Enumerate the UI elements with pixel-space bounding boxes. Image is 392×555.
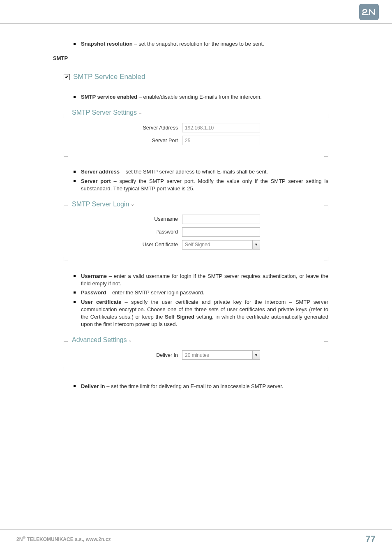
server-address-bullet-desc: – set the SMTP server address to which E… xyxy=(120,169,268,175)
server-port-row: Server Port 25 xyxy=(71,136,321,145)
footer-company: 2N® TELEKOMUNIKACE a.s., www.2n.cz xyxy=(16,536,111,542)
smtp-enabled-row: ✔ SMTP Service Enabled xyxy=(64,73,328,81)
user-cert-select[interactable]: Self Signed ▼ xyxy=(182,240,260,250)
legend-text: SMTP Server Settings xyxy=(72,109,137,116)
smtp-enabled-label: SMTP Service Enabled xyxy=(73,73,145,81)
username-row: Username xyxy=(71,215,321,224)
chevron-down-icon: ⌄ xyxy=(128,338,132,343)
page-header xyxy=(0,0,392,24)
legend-text: Advanced Settings xyxy=(72,336,127,344)
dropdown-arrow-icon[interactable]: ▼ xyxy=(252,351,260,359)
page-number: 77 xyxy=(366,534,376,544)
dropdown-arrow-icon[interactable]: ▼ xyxy=(252,240,260,249)
password-bullet-term: Password xyxy=(81,289,106,296)
smtp-enabled-checkbox[interactable]: ✔ xyxy=(64,74,70,80)
deliver-in-bullet-desc: – set the time limit for delivering an E… xyxy=(105,383,284,389)
username-bullet-term: Username xyxy=(81,273,107,279)
footer-company-pre: 2N xyxy=(16,536,23,542)
username-label: Username xyxy=(71,216,182,222)
smtp-enabled-bullet-desc: – enable/disable sending E-mails from th… xyxy=(137,94,262,100)
server-address-bullet: Server address – set the SMTP server add… xyxy=(81,168,328,176)
advanced-settings-legend[interactable]: Advanced Settings ⌄ xyxy=(69,336,134,344)
smtp-server-login-legend[interactable]: SMTP Server Login ⌄ xyxy=(69,201,137,208)
password-bullet: Password – enter the SMTP server login p… xyxy=(81,289,328,296)
user-cert-bullet: User certificate – specify the user cert… xyxy=(81,298,328,328)
password-input[interactable] xyxy=(182,227,260,237)
server-port-value: 25 xyxy=(185,138,190,143)
server-port-input[interactable]: 25 xyxy=(182,136,260,145)
server-address-value: 192.168.1.10 xyxy=(185,125,214,131)
username-bullet: Username – enter a valid username for lo… xyxy=(81,273,328,287)
password-bullet-desc: – enter the SMTP server login password. xyxy=(106,289,204,296)
footer-company-post: TELEKOMUNIKACE a.s., www.2n.cz xyxy=(25,536,111,542)
page-content: Snapshot resolution – set the snapshot r… xyxy=(0,24,392,390)
advanced-settings-group: Advanced Settings ⌄ Deliver In 20 minute… xyxy=(64,341,328,371)
username-input[interactable] xyxy=(182,215,260,224)
username-bullet-desc: – enter a valid username for login if th… xyxy=(81,273,328,287)
user-cert-bullet-term: User certificate xyxy=(81,299,121,305)
page-footer: 2N® TELEKOMUNIKACE a.s., www.2n.cz 77 xyxy=(0,529,392,544)
smtp-server-login-group: SMTP Server Login ⌄ Username Password Us… xyxy=(64,206,328,261)
server-address-row: Server Address 192.168.1.10 xyxy=(71,123,321,132)
user-cert-row: User Certificate Self Signed ▼ xyxy=(71,240,321,250)
smtp-server-settings-legend[interactable]: SMTP Server Settings ⌄ xyxy=(69,109,145,116)
brand-logo xyxy=(359,4,379,20)
2n-logo-icon xyxy=(362,7,376,16)
smtp-enabled-bullet-term: SMTP service enabled xyxy=(81,94,137,100)
user-cert-label: User Certificate xyxy=(71,242,182,247)
user-cert-bullet-bold: Self Signed xyxy=(165,314,194,320)
chevron-down-icon: ⌄ xyxy=(138,110,142,116)
registered-icon: ® xyxy=(23,536,25,540)
chevron-down-icon: ⌄ xyxy=(131,201,134,207)
snapshot-resolution-item: Snapshot resolution – set the snapshot r… xyxy=(81,40,328,48)
smtp-server-settings-group: SMTP Server Settings ⌄ Server Address 19… xyxy=(64,114,328,157)
server-address-input[interactable]: 192.168.1.10 xyxy=(182,123,260,132)
server-address-label: Server Address xyxy=(71,125,182,131)
server-port-bullet-term: Server port xyxy=(81,178,111,184)
deliver-in-row: Deliver In 20 minutes ▼ xyxy=(71,350,321,360)
password-row: Password xyxy=(71,227,321,237)
deliver-in-value: 20 minutes xyxy=(182,352,252,358)
smtp-heading: SMTP xyxy=(53,55,328,61)
server-address-bullet-term: Server address xyxy=(81,169,120,175)
server-port-bullet: Server port – specify the SMTP server po… xyxy=(81,178,328,192)
snapshot-desc: – set the snapshot resolution for the im… xyxy=(133,41,264,47)
deliver-in-bullet-term: Deliver in xyxy=(81,383,105,389)
snapshot-term: Snapshot resolution xyxy=(81,41,133,47)
deliver-in-select[interactable]: 20 minutes ▼ xyxy=(182,350,260,360)
server-port-label: Server Port xyxy=(71,138,182,143)
legend-text: SMTP Server Login xyxy=(72,201,129,208)
user-cert-value: Self Signed xyxy=(182,242,252,247)
deliver-in-bullet: Deliver in – set the time limit for deli… xyxy=(81,383,328,390)
server-port-bullet-desc: – specify the SMTP server port. Modify t… xyxy=(81,178,328,192)
password-label: Password xyxy=(71,229,182,235)
smtp-enabled-bullet: SMTP service enabled – enable/disable se… xyxy=(81,93,328,101)
deliver-in-label: Deliver In xyxy=(71,352,182,358)
